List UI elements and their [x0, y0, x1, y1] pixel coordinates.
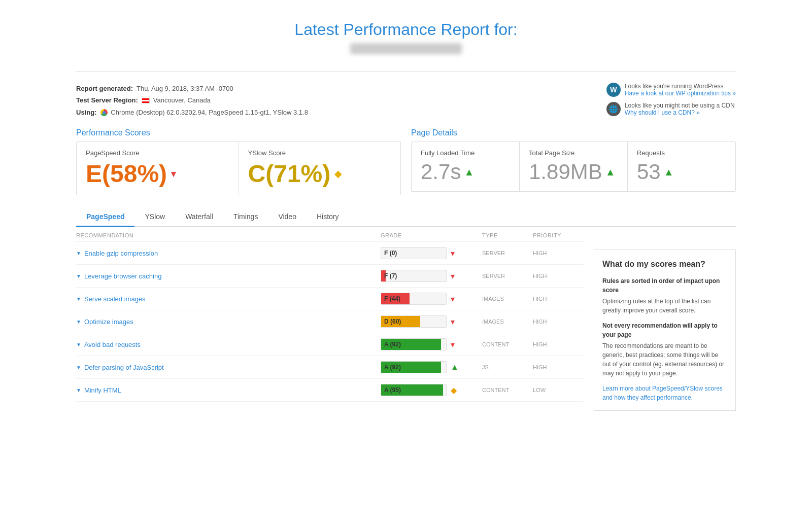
rec-name[interactable]: ▼ Avoid bad requests	[76, 341, 381, 348]
grade-arrow: ▾	[451, 249, 455, 258]
yslow-score-box: YSlow Score C(71%) ◆	[239, 142, 401, 195]
tab-history[interactable]: History	[307, 207, 349, 227]
wordpress-tip-main: Looks like you're running WordPress	[625, 83, 724, 90]
grade-label: A (95)	[384, 386, 401, 394]
recommendations-table: RECOMMENDATION GRADE TYPE PRIORITY ▼ Ena…	[76, 227, 584, 411]
grade-cell: A (95)◆	[381, 384, 482, 396]
scores-section: Performance Scores PageSpeed Score E(58%…	[76, 128, 736, 195]
type-cell: JS	[482, 364, 533, 370]
grade-cell: F (7)▾	[381, 270, 482, 282]
server-region-label: Test Server Region:	[76, 96, 138, 104]
grade-label: A (92)	[384, 341, 401, 348]
using-value: Chrome (Desktop) 62.0.3202.94, PageSpeed…	[111, 109, 308, 116]
requests-label: Requests	[637, 149, 726, 157]
report-meta: Report generated: Thu, Aug 9, 2018, 3:37…	[76, 78, 736, 128]
grade-cell: F (0)▾	[381, 247, 482, 259]
pagespeed-score: E(58%)	[86, 160, 167, 188]
grade-label: F (44)	[384, 295, 400, 302]
grade-cell: A (92)▾	[381, 338, 482, 350]
page-size-number: 1.89MB	[529, 160, 602, 184]
table-row: ▼ Optimize imagesD (60)▾IMAGESHIGH	[76, 310, 584, 333]
grade-bar-container: F (7)	[381, 270, 447, 282]
page-size-label: Total Page Size	[529, 149, 618, 157]
tab-yslow[interactable]: YSlow	[134, 207, 175, 227]
grade-cell: F (44)▾	[381, 293, 482, 305]
server-region-value: Vancouver, Canada	[153, 96, 211, 104]
page-header: Latest Performance Report for:	[76, 10, 736, 65]
header-divider	[76, 71, 736, 72]
rec-name[interactable]: ▼ Optimize images	[76, 318, 381, 326]
grade-arrow: ▾	[451, 317, 455, 327]
wordpress-tip-link[interactable]: Have a look at our WP optimization tips …	[625, 90, 736, 97]
type-cell: CONTENT	[482, 387, 533, 393]
priority-cell: HIGH	[533, 319, 584, 325]
info-box-section2: Not every recommendation will apply to y…	[602, 321, 727, 378]
yslow-value: C(71%) ◆	[248, 160, 392, 188]
chrome-icon	[100, 109, 108, 116]
canada-flag-icon	[142, 98, 150, 103]
info-box-link[interactable]: Learn more about PageSpeed/YSlow scores …	[602, 385, 723, 401]
cdn-tip: 🌐 Looks like you might not be using a CD…	[606, 102, 736, 116]
rec-name[interactable]: ▼ Leverage browser caching	[76, 272, 381, 280]
cdn-tip-text: Looks like you might not be using a CDN …	[625, 102, 735, 116]
report-meta-left: Report generated: Thu, Aug 9, 2018, 3:37…	[76, 83, 308, 118]
using-label: Using:	[76, 109, 96, 116]
performance-scores-title: Performance Scores	[76, 128, 401, 137]
grade-arrow: ▾	[451, 340, 455, 349]
grade-cell: A (92)▲	[381, 361, 482, 373]
yslow-label: YSlow Score	[248, 149, 392, 157]
grade-arrow: ▲	[451, 363, 459, 372]
priority-cell: HIGH	[533, 341, 584, 347]
page-size-value: 1.89MB ▲	[529, 160, 618, 184]
requests-number: 53	[637, 160, 661, 184]
priority-cell: HIGH	[533, 296, 584, 302]
info-section1-title: Rules are sorted in order of impact upon…	[602, 276, 727, 295]
info-box-section1: Rules are sorted in order of impact upon…	[602, 276, 727, 315]
table-row: ▼ Defer parsing of JavaScriptA (92)▲JSHI…	[76, 356, 584, 379]
rec-name[interactable]: ▼ Serve scaled images	[76, 295, 381, 303]
rec-name[interactable]: ▼ Enable gzip compression	[76, 250, 381, 257]
col-grade: GRADE	[381, 232, 482, 238]
tab-pagespeed[interactable]: PageSpeed	[76, 207, 134, 227]
tab-timings[interactable]: Timings	[223, 207, 268, 227]
page-size-arrow: ▲	[605, 166, 616, 178]
tab-video[interactable]: Video	[268, 207, 307, 227]
generated-value: Thu, Aug 9, 2018, 3:37 AM -0700	[137, 85, 233, 92]
report-generated-row: Report generated: Thu, Aug 9, 2018, 3:37…	[76, 83, 308, 94]
fully-loaded-label: Fully Loaded Time	[421, 149, 510, 157]
fully-loaded-box: Fully Loaded Time 2.7s ▲	[412, 142, 520, 191]
cdn-tip-main: Looks like you might not be using a CDN	[625, 102, 735, 109]
table-header: RECOMMENDATION GRADE TYPE PRIORITY	[76, 227, 584, 242]
col-type: TYPE	[482, 232, 533, 238]
col-priority: PRIORITY	[533, 232, 584, 238]
type-cell: SERVER	[482, 250, 533, 256]
pagespeed-value: E(58%) ▾	[86, 160, 229, 188]
wordpress-tip-text: Looks like you're running WordPress Have…	[625, 83, 736, 97]
table-row: ▼ Minify HTMLA (95)◆CONTENTLOW	[76, 379, 584, 402]
cdn-tip-link[interactable]: Why should I use a CDN? »	[625, 109, 700, 116]
chevron-icon: ▼	[76, 296, 81, 302]
grade-bar-container: A (92)	[381, 338, 447, 350]
tab-waterfall[interactable]: Waterfall	[175, 207, 223, 227]
chevron-icon: ▼	[76, 273, 81, 279]
info-section1-body: Optimizing rules at the top of the list …	[602, 298, 710, 314]
rec-name[interactable]: ▼ Minify HTML	[76, 386, 381, 394]
generated-label: Report generated:	[76, 85, 133, 92]
grade-label: F (0)	[384, 250, 397, 257]
grade-arrow: ◆	[451, 385, 457, 395]
page-title: Latest Performance Report for:	[76, 20, 736, 39]
chevron-icon: ▼	[76, 365, 81, 370]
performance-scores-panel: Performance Scores PageSpeed Score E(58%…	[76, 128, 401, 195]
priority-cell: HIGH	[533, 364, 584, 370]
rec-name[interactable]: ▼ Defer parsing of JavaScript	[76, 364, 381, 371]
yslow-score: C(71%)	[248, 160, 331, 188]
grade-bar-container: D (60)	[381, 315, 447, 328]
score-boxes: PageSpeed Score E(58%) ▾ YSlow Score C(7…	[76, 142, 401, 195]
type-cell: IMAGES	[482, 319, 533, 325]
table-row: ▼ Enable gzip compressionF (0)▾SERVERHIG…	[76, 242, 584, 265]
tabs-bar: PageSpeed YSlow Waterfall Timings Video …	[76, 207, 736, 227]
chevron-icon: ▼	[76, 319, 81, 325]
yslow-arrow: ◆	[334, 168, 342, 180]
fully-loaded-arrow: ▲	[464, 166, 474, 178]
pagespeed-label: PageSpeed Score	[86, 149, 229, 157]
